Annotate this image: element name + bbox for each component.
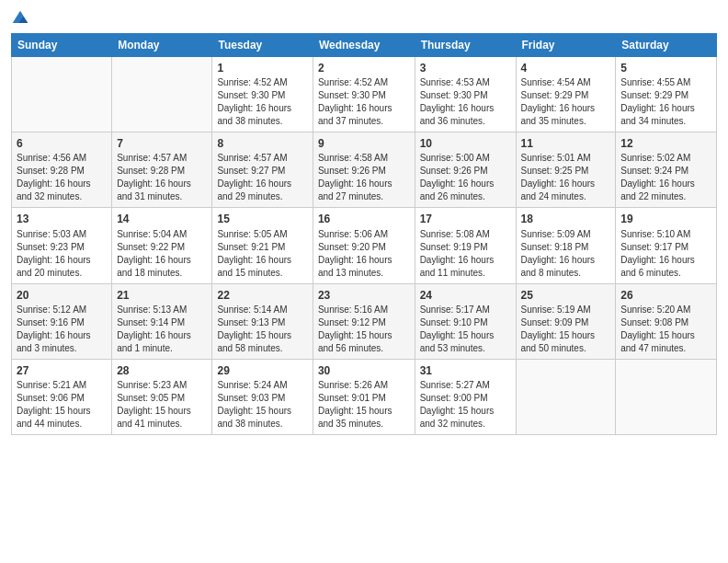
day-info: Sunrise: 5:24 AM Sunset: 9:03 PM Dayligh… <box>217 379 307 431</box>
day-info: Sunrise: 4:57 AM Sunset: 9:27 PM Dayligh… <box>217 152 307 203</box>
day-number: 8 <box>217 136 307 151</box>
day-number: 2 <box>318 61 410 75</box>
calendar-cell: 11Sunrise: 5:01 AM Sunset: 9:25 PM Dayli… <box>516 132 616 208</box>
calendar-cell: 22Sunrise: 5:14 AM Sunset: 9:13 PM Dayli… <box>212 283 313 359</box>
calendar-cell: 15Sunrise: 5:05 AM Sunset: 9:21 PM Dayli… <box>212 208 313 283</box>
weekday-header: Monday <box>112 34 212 57</box>
day-info: Sunrise: 5:01 AM Sunset: 9:25 PM Dayligh… <box>521 152 611 203</box>
day-number: 15 <box>217 212 307 226</box>
weekday-header: Friday <box>516 34 616 57</box>
day-number: 12 <box>620 136 711 151</box>
day-number: 18 <box>521 212 611 226</box>
calendar-cell: 30Sunrise: 5:26 AM Sunset: 9:01 PM Dayli… <box>313 359 415 434</box>
calendar-cell <box>12 57 112 132</box>
day-info: Sunrise: 4:55 AM Sunset: 9:29 PM Dayligh… <box>620 76 711 128</box>
calendar-cell: 7Sunrise: 4:57 AM Sunset: 9:28 PM Daylig… <box>112 132 212 208</box>
calendar-cell: 21Sunrise: 5:13 AM Sunset: 9:14 PM Dayli… <box>112 283 212 359</box>
calendar-cell: 9Sunrise: 4:58 AM Sunset: 9:26 PM Daylig… <box>313 132 415 208</box>
day-number: 10 <box>420 136 511 151</box>
day-info: Sunrise: 5:04 AM Sunset: 9:22 PM Dayligh… <box>117 228 207 280</box>
day-info: Sunrise: 5:16 AM Sunset: 9:12 PM Dayligh… <box>318 304 410 355</box>
weekday-header: Thursday <box>415 34 516 57</box>
weekday-header: Saturday <box>616 34 717 57</box>
weekday-header: Sunday <box>12 34 112 57</box>
calendar-week-row: 6Sunrise: 4:56 AM Sunset: 9:28 PM Daylig… <box>12 132 717 208</box>
day-number: 22 <box>217 288 307 303</box>
day-info: Sunrise: 5:09 AM Sunset: 9:18 PM Dayligh… <box>521 228 611 280</box>
calendar-cell <box>616 359 717 434</box>
day-number: 17 <box>420 212 511 226</box>
calendar-cell: 20Sunrise: 5:12 AM Sunset: 9:16 PM Dayli… <box>12 283 112 359</box>
day-number: 26 <box>620 288 711 303</box>
calendar-cell: 13Sunrise: 5:03 AM Sunset: 9:23 PM Dayli… <box>12 208 112 283</box>
day-number: 5 <box>620 61 711 75</box>
day-info: Sunrise: 5:21 AM Sunset: 9:06 PM Dayligh… <box>17 379 107 431</box>
day-info: Sunrise: 5:26 AM Sunset: 9:01 PM Dayligh… <box>318 379 410 431</box>
day-number: 24 <box>420 288 511 303</box>
day-number: 21 <box>117 288 207 303</box>
calendar-cell: 14Sunrise: 5:04 AM Sunset: 9:22 PM Dayli… <box>112 208 212 283</box>
calendar-cell: 8Sunrise: 4:57 AM Sunset: 9:27 PM Daylig… <box>212 132 313 208</box>
calendar-cell: 31Sunrise: 5:27 AM Sunset: 9:00 PM Dayli… <box>415 359 516 434</box>
day-info: Sunrise: 5:05 AM Sunset: 9:21 PM Dayligh… <box>217 228 307 280</box>
day-info: Sunrise: 5:20 AM Sunset: 9:08 PM Dayligh… <box>620 304 711 355</box>
day-number: 27 <box>17 363 107 378</box>
calendar-cell: 6Sunrise: 4:56 AM Sunset: 9:28 PM Daylig… <box>12 132 112 208</box>
day-info: Sunrise: 5:02 AM Sunset: 9:24 PM Dayligh… <box>620 152 711 203</box>
day-number: 13 <box>17 212 107 226</box>
day-info: Sunrise: 5:03 AM Sunset: 9:23 PM Dayligh… <box>17 228 107 280</box>
page-container: SundayMondayTuesdayWednesdayThursdayFrid… <box>0 0 728 442</box>
calendar-week-row: 27Sunrise: 5:21 AM Sunset: 9:06 PM Dayli… <box>12 359 717 434</box>
day-info: Sunrise: 5:00 AM Sunset: 9:26 PM Dayligh… <box>420 152 511 203</box>
day-info: Sunrise: 4:52 AM Sunset: 9:30 PM Dayligh… <box>318 76 410 128</box>
calendar-week-row: 20Sunrise: 5:12 AM Sunset: 9:16 PM Dayli… <box>12 283 717 359</box>
calendar-cell: 3Sunrise: 4:53 AM Sunset: 9:30 PM Daylig… <box>415 57 516 132</box>
day-info: Sunrise: 4:58 AM Sunset: 9:26 PM Dayligh… <box>318 152 410 203</box>
day-info: Sunrise: 5:17 AM Sunset: 9:10 PM Dayligh… <box>420 304 511 355</box>
calendar-week-row: 1Sunrise: 4:52 AM Sunset: 9:30 PM Daylig… <box>12 57 717 132</box>
calendar-cell <box>516 359 616 434</box>
day-number: 4 <box>521 61 611 75</box>
calendar-cell: 29Sunrise: 5:24 AM Sunset: 9:03 PM Dayli… <box>212 359 313 434</box>
day-number: 25 <box>521 288 611 303</box>
day-number: 1 <box>217 61 307 75</box>
logo-icon <box>11 9 29 28</box>
day-info: Sunrise: 4:56 AM Sunset: 9:28 PM Dayligh… <box>17 152 107 203</box>
day-info: Sunrise: 5:06 AM Sunset: 9:20 PM Dayligh… <box>318 228 410 280</box>
calendar-cell: 1Sunrise: 4:52 AM Sunset: 9:30 PM Daylig… <box>212 57 313 132</box>
logo <box>11 9 33 28</box>
day-info: Sunrise: 4:53 AM Sunset: 9:30 PM Dayligh… <box>420 76 511 128</box>
weekday-header-row: SundayMondayTuesdayWednesdayThursdayFrid… <box>12 34 717 57</box>
day-info: Sunrise: 5:10 AM Sunset: 9:17 PM Dayligh… <box>620 228 711 280</box>
day-number: 20 <box>17 288 107 303</box>
calendar-cell: 27Sunrise: 5:21 AM Sunset: 9:06 PM Dayli… <box>12 359 112 434</box>
day-info: Sunrise: 5:14 AM Sunset: 9:13 PM Dayligh… <box>217 304 307 355</box>
calendar-cell: 10Sunrise: 5:00 AM Sunset: 9:26 PM Dayli… <box>415 132 516 208</box>
calendar-cell: 26Sunrise: 5:20 AM Sunset: 9:08 PM Dayli… <box>616 283 717 359</box>
day-info: Sunrise: 5:08 AM Sunset: 9:19 PM Dayligh… <box>420 228 511 280</box>
day-number: 28 <box>117 363 207 378</box>
calendar-cell: 4Sunrise: 4:54 AM Sunset: 9:29 PM Daylig… <box>516 57 616 132</box>
calendar-cell: 23Sunrise: 5:16 AM Sunset: 9:12 PM Dayli… <box>313 283 415 359</box>
day-info: Sunrise: 5:23 AM Sunset: 9:05 PM Dayligh… <box>117 379 207 431</box>
calendar-cell: 2Sunrise: 4:52 AM Sunset: 9:30 PM Daylig… <box>313 57 415 132</box>
weekday-header: Wednesday <box>313 34 415 57</box>
day-info: Sunrise: 5:27 AM Sunset: 9:00 PM Dayligh… <box>420 379 511 431</box>
weekday-header: Tuesday <box>212 34 313 57</box>
day-number: 11 <box>521 136 611 151</box>
day-number: 3 <box>420 61 511 75</box>
calendar-cell: 19Sunrise: 5:10 AM Sunset: 9:17 PM Dayli… <box>616 208 717 283</box>
calendar-cell: 17Sunrise: 5:08 AM Sunset: 9:19 PM Dayli… <box>415 208 516 283</box>
calendar-cell: 16Sunrise: 5:06 AM Sunset: 9:20 PM Dayli… <box>313 208 415 283</box>
day-info: Sunrise: 5:12 AM Sunset: 9:16 PM Dayligh… <box>17 304 107 355</box>
day-info: Sunrise: 5:19 AM Sunset: 9:09 PM Dayligh… <box>521 304 611 355</box>
day-number: 6 <box>17 136 107 151</box>
calendar-cell: 24Sunrise: 5:17 AM Sunset: 9:10 PM Dayli… <box>415 283 516 359</box>
calendar-cell: 28Sunrise: 5:23 AM Sunset: 9:05 PM Dayli… <box>112 359 212 434</box>
calendar-cell: 5Sunrise: 4:55 AM Sunset: 9:29 PM Daylig… <box>616 57 717 132</box>
header <box>11 9 717 28</box>
day-info: Sunrise: 4:52 AM Sunset: 9:30 PM Dayligh… <box>217 76 307 128</box>
calendar-cell: 12Sunrise: 5:02 AM Sunset: 9:24 PM Dayli… <box>616 132 717 208</box>
calendar-table: SundayMondayTuesdayWednesdayThursdayFrid… <box>11 33 717 435</box>
calendar-cell: 18Sunrise: 5:09 AM Sunset: 9:18 PM Dayli… <box>516 208 616 283</box>
